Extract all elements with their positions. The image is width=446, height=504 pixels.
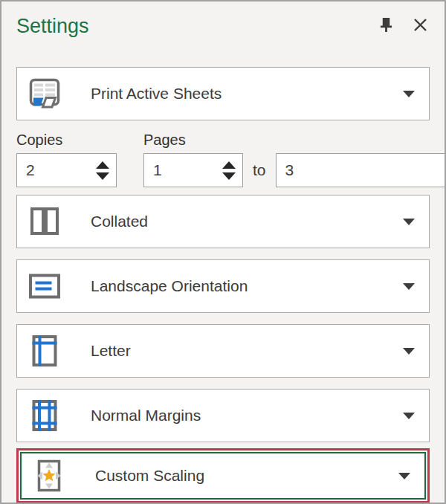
- spin-down-icon[interactable]: [96, 172, 109, 180]
- chevron-down-icon: [403, 413, 415, 419]
- pin-icon: [379, 16, 393, 36]
- spin-down-icon[interactable]: [222, 172, 236, 180]
- spin-up-icon[interactable]: [96, 161, 109, 169]
- spin-up-icon[interactable]: [222, 161, 236, 169]
- pages-from-stepper[interactable]: [222, 161, 236, 180]
- print-active-sheets-icon: [27, 75, 62, 112]
- print-what-dropdown[interactable]: Print Active Sheets: [16, 67, 430, 120]
- copies-stepper[interactable]: [96, 161, 109, 180]
- copies-label: Copies: [16, 132, 117, 149]
- dropdown-label: Print Active Sheets: [91, 85, 222, 103]
- dropdown-label: Letter: [91, 342, 131, 360]
- settings-pane: Settings: [1, 1, 445, 503]
- pages-range: to: [143, 153, 430, 187]
- orientation-dropdown[interactable]: Landscape Orientation: [16, 259, 430, 313]
- paper-size-letter-icon: [27, 332, 62, 369]
- dropdown-label: Custom Scaling: [95, 467, 204, 485]
- landscape-orientation-icon: [27, 268, 62, 305]
- collation-dropdown[interactable]: Collated: [16, 195, 430, 248]
- pages-to-input[interactable]: [277, 154, 446, 187]
- chevron-down-icon: [403, 219, 415, 225]
- copies-group: Copies: [16, 132, 117, 187]
- collated-icon: [27, 203, 62, 240]
- pane-header: Settings: [16, 12, 430, 40]
- copies-input[interactable]: [17, 154, 96, 187]
- copies-field: [16, 153, 117, 187]
- paper-size-dropdown[interactable]: Letter: [16, 324, 430, 378]
- custom-scaling-highlight-box: Custom Scaling: [16, 448, 430, 503]
- pane-title: Settings: [16, 15, 89, 38]
- margins-dropdown[interactable]: Normal Margins: [16, 389, 430, 442]
- chevron-down-icon: [398, 473, 410, 479]
- dropdown-label: Collated: [91, 213, 148, 230]
- chevron-down-icon: [403, 348, 415, 355]
- margins-icon: [27, 397, 62, 434]
- close-icon: [413, 17, 428, 36]
- pages-to-label: to: [253, 161, 266, 179]
- pin-button[interactable]: [376, 16, 395, 36]
- copies-pages-row: Copies Pages to: [16, 132, 430, 187]
- pages-to-field: [276, 153, 446, 187]
- chevron-down-icon: [403, 283, 415, 290]
- dropdown-label: Normal Margins: [91, 407, 201, 424]
- header-controls: [376, 16, 430, 36]
- dropdown-label: Landscape Orientation: [91, 277, 248, 295]
- pages-group: Pages to: [143, 132, 430, 187]
- scaling-dropdown[interactable]: Custom Scaling: [20, 452, 426, 500]
- custom-scaling-icon: [31, 457, 67, 494]
- chevron-down-icon: [403, 91, 415, 97]
- pages-label: Pages: [143, 132, 430, 149]
- pages-from-input[interactable]: [144, 154, 222, 187]
- pages-from-field: [143, 153, 243, 187]
- close-button[interactable]: [410, 16, 430, 36]
